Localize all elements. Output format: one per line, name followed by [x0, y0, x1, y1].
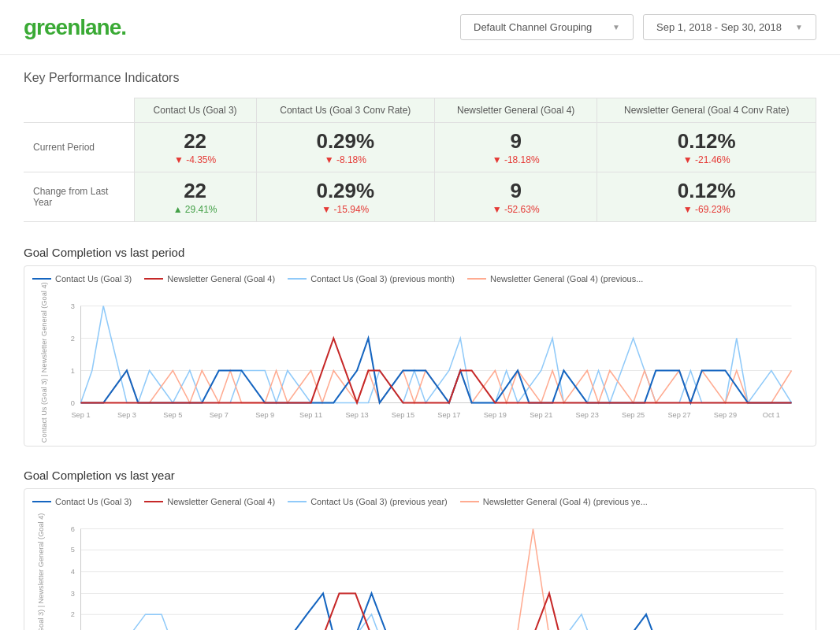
chart1-legend-line-4	[467, 278, 486, 280]
kpi-section-title: Key Performance Indicators	[24, 71, 816, 85]
chart2-y4: 4	[71, 567, 75, 575]
channel-dropdown[interactable]: Default Channel Grouping ▼	[460, 14, 634, 40]
chart2-legend-1: Contact Us (Goal 3)	[32, 497, 132, 506]
chart1-legend-label-2: Newsletter General (Goal 4)	[167, 274, 275, 284]
logo: greenlane.	[24, 15, 126, 40]
chart1-legend-4: Newsletter General (Goal 4) (previous...	[467, 274, 643, 284]
kpi-row-current: Current Period 22 ▼ -4.35% 0.29% ▼ -8.18…	[24, 123, 816, 172]
kpi-cell-4-current: 0.12% ▼ -21.46%	[597, 123, 816, 172]
chart1-y-label: Contact Us (Goal 3) | Newsletter General…	[40, 282, 48, 443]
kpi-col-header-1: Contact Us (Goal 3)	[134, 98, 256, 123]
chart1-x-sep29: Sep 29	[714, 411, 737, 419]
channel-dropdown-arrow: ▼	[612, 23, 620, 32]
chart2-title: Goal Completion vs last year	[24, 469, 816, 482]
chart2-y6: 6	[71, 524, 75, 532]
chart1-legend-label-1: Contact Us (Goal 3)	[55, 274, 132, 284]
chart2-y2: 2	[71, 610, 75, 618]
kpi-cell-2-current: 0.29% ▼ -8.18%	[256, 123, 434, 172]
kpi-table: Contact Us (Goal 3) Contact Us (Goal 3 C…	[24, 98, 816, 222]
chart1-y3: 3	[71, 302, 75, 310]
kpi-col-header-3: Newsletter General (Goal 4)	[434, 98, 597, 123]
header: greenlane. Default Channel Grouping ▼ Se…	[0, 0, 840, 55]
chart2-svg: Contact Us (Goal 3) | Newsletter General…	[32, 513, 808, 631]
chart2-section: Goal Completion vs last year Contact Us …	[24, 469, 816, 631]
date-dropdown[interactable]: Sep 1, 2018 - Sep 30, 2018 ▼	[643, 14, 816, 40]
chart1-legend-label-3: Contact Us (Goal 3) (previous month)	[310, 274, 455, 284]
chart1-x-sep11: Sep 11	[299, 411, 322, 419]
chart1-legend-label-4: Newsletter General (Goal 4) (previous...	[490, 274, 643, 284]
chart2-y3: 3	[71, 589, 75, 597]
chart1-legend: Contact Us (Goal 3) Newsletter General (…	[32, 274, 808, 284]
chart2-legend-label-3: Contact Us (Goal 3) (previous year)	[310, 497, 448, 506]
chart1-x-sep9: Sep 9	[255, 411, 274, 419]
chart2-legend-line-3	[288, 501, 307, 502]
chart2-y-label: Contact Us (Goal 3) | Newsletter General…	[37, 513, 45, 630]
header-controls: Default Channel Grouping ▼ Sep 1, 2018 -…	[460, 14, 816, 40]
chart1-x-sep17: Sep 17	[437, 411, 460, 419]
kpi-row-label-current: Current Period	[24, 123, 134, 172]
chart1-x-sep5: Sep 5	[163, 411, 182, 419]
kpi-row-lastyear: Change from Last Year 22 ▲ 29.41% 0.29% …	[24, 172, 816, 222]
chart1-x-sep19: Sep 19	[484, 411, 507, 419]
chart1-x-sep21: Sep 21	[530, 411, 552, 419]
chart1-legend-line-3	[288, 278, 307, 280]
chart2-legend-4: Newsletter General (Goal 4) (previous ye…	[460, 497, 648, 506]
kpi-cell-4-lastyear: 0.12% ▼ -69.23%	[597, 172, 816, 222]
chart1-x-oct1: Oct 1	[763, 411, 780, 419]
kpi-cell-3-lastyear: 9 ▼ -52.63%	[434, 172, 597, 222]
kpi-cell-1-lastyear: 22 ▲ 29.41%	[134, 172, 256, 222]
chart2-wrapper: Contact Us (Goal 3) Newsletter General (…	[24, 488, 816, 631]
kpi-cell-2-lastyear: 0.29% ▼ -15.94%	[256, 172, 434, 222]
date-label: Sep 1, 2018 - Sep 30, 2018	[656, 21, 782, 33]
chart2-y5: 5	[71, 546, 75, 554]
chart1-section: Goal Completion vs last period Contact U…	[24, 246, 816, 447]
chart1-x-sep25: Sep 25	[622, 411, 645, 419]
chart2-legend-label-4: Newsletter General (Goal 4) (previous ye…	[483, 497, 648, 506]
chart2-legend-line-1	[32, 501, 51, 502]
main-content: Key Performance Indicators Contact Us (G…	[0, 55, 840, 630]
chart2-area: Contact Us (Goal 3) | Newsletter General…	[32, 513, 808, 631]
kpi-cell-1-current: 22 ▼ -4.35%	[134, 123, 256, 172]
chart2-legend-label-2: Newsletter General (Goal 4)	[167, 497, 275, 506]
chart1-legend-line-2	[144, 278, 163, 280]
chart1-area: Contact Us (Goal 3) | Newsletter General…	[32, 290, 808, 438]
chart1-x-sep3: Sep 3	[117, 411, 136, 419]
chart1-legend-2: Newsletter General (Goal 4)	[144, 274, 275, 284]
chart2-legend-2: Newsletter General (Goal 4)	[144, 497, 275, 506]
chart2-line-newsletter	[81, 593, 776, 630]
chart2-legend-3: Contact Us (Goal 3) (previous year)	[288, 497, 448, 506]
chart1-svg: Contact Us (Goal 3) | Newsletter General…	[32, 290, 808, 435]
chart1-legend-line-1	[32, 278, 51, 280]
chart2-line-prev-contact	[81, 614, 776, 630]
chart1-x-sep15: Sep 15	[392, 411, 414, 419]
chart1-x-sep13: Sep 13	[345, 411, 368, 419]
chart1-y2: 2	[71, 335, 75, 343]
chart2-line-prev-newsletter	[81, 528, 776, 630]
chart1-x-sep1: Sep 1	[71, 411, 90, 419]
chart1-wrapper: Contact Us (Goal 3) Newsletter General (…	[24, 265, 816, 447]
kpi-col-header-2: Contact Us (Goal 3 Conv Rate)	[256, 98, 434, 123]
chart1-legend-3: Contact Us (Goal 3) (previous month)	[288, 274, 455, 284]
kpi-col-header-4: Newsletter General (Goal 4 Conv Rate)	[597, 98, 816, 123]
channel-label: Default Channel Grouping	[474, 21, 592, 33]
chart2-legend-line-4	[460, 501, 479, 502]
kpi-cell-3-current: 9 ▼ -18.18%	[434, 123, 597, 172]
chart2-line-contact	[81, 593, 776, 630]
kpi-section: Key Performance Indicators Contact Us (G…	[24, 71, 816, 222]
chart1-x-sep27: Sep 27	[667, 411, 690, 419]
chart2-legend-label-1: Contact Us (Goal 3)	[55, 497, 132, 506]
kpi-row-label-lastyear: Change from Last Year	[24, 172, 134, 222]
chart1-y0: 0	[71, 399, 75, 407]
chart2-legend: Contact Us (Goal 3) Newsletter General (…	[32, 497, 808, 506]
chart1-y1: 1	[71, 367, 75, 375]
chart1-x-sep7: Sep 7	[210, 411, 229, 419]
chart2-legend-line-2	[144, 501, 163, 502]
chart1-x-sep23: Sep 23	[576, 411, 599, 419]
date-dropdown-arrow: ▼	[795, 23, 803, 32]
chart1-title: Goal Completion vs last period	[24, 246, 816, 259]
